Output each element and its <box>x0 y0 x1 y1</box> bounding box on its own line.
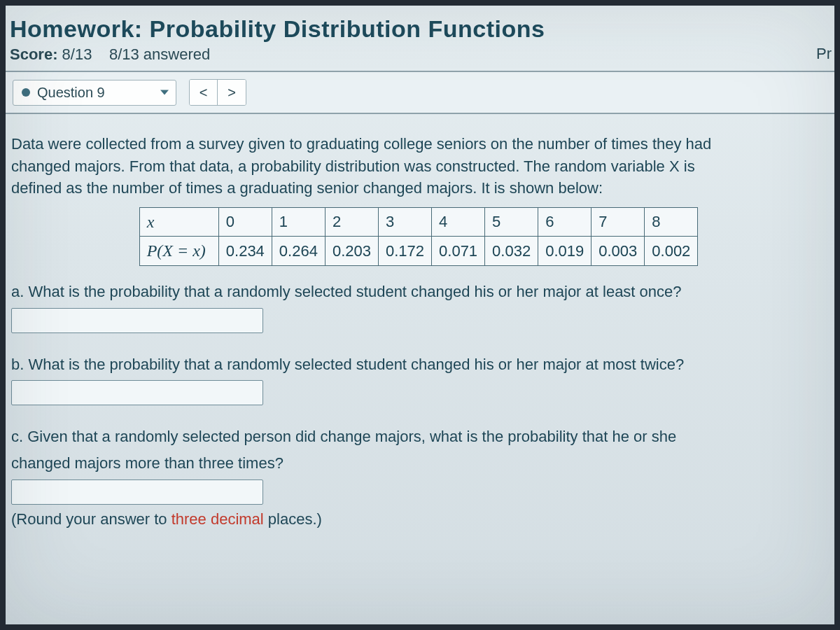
subquestion-c-text-line2: changed majors more than three times? <box>11 453 826 474</box>
x-cell: 0 <box>218 208 272 237</box>
question-selector-label: Question 9 <box>37 85 105 101</box>
prev-question-button[interactable]: < <box>190 80 218 105</box>
x-cell: 8 <box>645 208 698 237</box>
p-cell: 0.003 <box>592 237 645 265</box>
app-window: Homework: Probability Distribution Funct… <box>0 0 840 630</box>
rounding-note-highlight: three decimal <box>172 510 264 528</box>
x-cell: 7 <box>592 208 645 237</box>
p-cell: 0.002 <box>645 237 698 265</box>
x-cell: 2 <box>325 208 378 237</box>
chevron-right-icon: > <box>227 85 236 101</box>
table-row: x 0 1 2 3 4 5 6 7 8 <box>139 208 698 237</box>
p-cell: 0.172 <box>378 237 431 265</box>
question-prompt: Data were collected from a survey given … <box>11 134 826 199</box>
answer-input-c[interactable] <box>11 479 263 505</box>
question-selector[interactable]: Question 9 <box>13 80 176 106</box>
answer-input-a[interactable] <box>11 308 263 333</box>
x-cell: 3 <box>378 208 431 237</box>
question-nav: < > <box>189 79 246 106</box>
next-question-button[interactable]: > <box>218 80 246 105</box>
distribution-table: x 0 1 2 3 4 5 6 7 8 P(X = x) 0.234 0.264… <box>139 207 699 266</box>
x-cell: 4 <box>432 208 485 237</box>
rounding-note-pre: (Round your answer to <box>11 510 172 528</box>
question-content: Data were collected from a survey given … <box>6 134 834 529</box>
subquestion-c-text-line1: c. Given that a randomly selected person… <box>11 426 826 447</box>
p-cell: 0.019 <box>538 237 592 265</box>
subquestion-c: c. Given that a randomly selected person… <box>11 426 826 529</box>
x-cell: 1 <box>272 208 325 237</box>
score-label: Score: <box>10 46 57 63</box>
prompt-line: Data were collected from a survey given … <box>11 134 826 155</box>
prompt-line: changed majors. From that data, a probab… <box>11 156 826 177</box>
p-cell: 0.234 <box>218 237 272 265</box>
row-label-x: x <box>139 208 218 237</box>
chevron-left-icon: < <box>200 85 208 101</box>
p-cell: 0.032 <box>485 237 538 265</box>
rounding-note-post: places.) <box>264 510 322 528</box>
p-cell: 0.264 <box>272 237 325 265</box>
score-value: 8/13 <box>62 46 92 63</box>
page-inner: Homework: Probability Distribution Funct… <box>6 6 834 529</box>
p-cell: 0.203 <box>325 237 378 265</box>
question-toolbar: Question 9 < > <box>6 71 834 114</box>
page-title: Homework: Probability Distribution Funct… <box>6 6 834 46</box>
status-dot-icon <box>22 88 30 97</box>
chevron-down-icon <box>160 90 169 95</box>
p-cell: 0.071 <box>432 237 485 265</box>
score-line: Score: 8/13 8/13 answered <box>6 46 834 71</box>
subquestion-b: b. What is the probability that a random… <box>11 354 826 406</box>
x-cell: 6 <box>538 208 592 237</box>
x-cell: 5 <box>485 208 538 237</box>
right-truncated-label: Pr <box>816 45 834 63</box>
subquestion-b-text: b. What is the probability that a random… <box>11 354 826 375</box>
subquestion-a: a. What is the probability that a random… <box>11 281 826 333</box>
rounding-note: (Round your answer to three decimal plac… <box>11 509 826 530</box>
subquestion-a-text: a. What is the probability that a random… <box>11 281 826 302</box>
answered-count: 8/13 answered <box>109 46 210 63</box>
table-row: P(X = x) 0.234 0.264 0.203 0.172 0.071 0… <box>139 237 698 265</box>
prompt-line: defined as the number of times a graduat… <box>11 178 826 199</box>
row-label-p: P(X = x) <box>139 237 218 265</box>
answer-input-b[interactable] <box>11 380 263 405</box>
